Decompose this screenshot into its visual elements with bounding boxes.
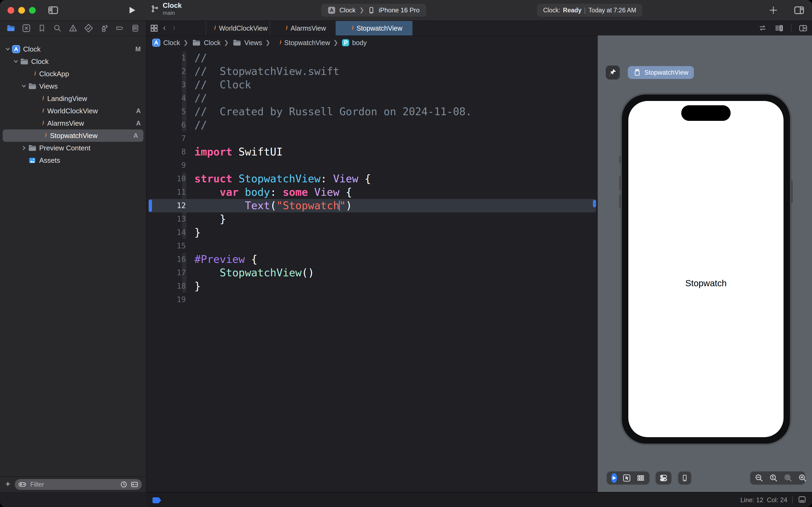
adjacent-editor-icon[interactable] bbox=[758, 24, 767, 32]
breadcrumb-clock[interactable]: Clock bbox=[191, 39, 221, 47]
recents-clock-icon[interactable] bbox=[120, 481, 128, 489]
minimap-icon[interactable] bbox=[774, 24, 784, 33]
line-number[interactable]: 3 bbox=[147, 78, 186, 92]
code-line-7[interactable]: 7 bbox=[147, 132, 598, 145]
breadcrumb-stopwatchview[interactable]: StopwatchView bbox=[274, 39, 330, 47]
tab-stopwatchview[interactable]: StopwatchView bbox=[336, 21, 412, 36]
code-line-19[interactable]: 19 bbox=[147, 293, 598, 306]
line-number[interactable]: 2 bbox=[147, 65, 186, 78]
code-line-18[interactable]: 18} bbox=[147, 280, 598, 293]
library-add-button[interactable] bbox=[768, 5, 779, 15]
code-line-3[interactable]: 3// Clock bbox=[147, 78, 598, 92]
breadcrumb-views[interactable]: Views bbox=[232, 39, 262, 47]
code-line-2[interactable]: 2// StopwatchView.swift bbox=[147, 65, 598, 78]
code-line-17[interactable]: 17 StopwatchView() bbox=[147, 266, 598, 280]
code-line-1[interactable]: 1// bbox=[147, 51, 598, 65]
tree-item-stopwatchview[interactable]: StopwatchViewA bbox=[3, 129, 143, 142]
run-destination-selector[interactable]: Clock ❯ iPhone 16 Pro bbox=[321, 4, 426, 17]
line-number[interactable]: 17 bbox=[147, 266, 186, 280]
split-editor-icon[interactable] bbox=[799, 24, 808, 33]
tree-item-assets[interactable]: Assets bbox=[0, 154, 146, 167]
device-settings-button[interactable] bbox=[655, 471, 672, 485]
code-line-4[interactable]: 4// bbox=[147, 92, 598, 105]
inspector-toggle-icon[interactable] bbox=[793, 4, 806, 16]
scheme-selector[interactable]: Clock main bbox=[151, 2, 182, 16]
live-preview-button[interactable] bbox=[611, 473, 617, 483]
zoom-fit-icon[interactable] bbox=[784, 473, 793, 483]
disclosure-down-icon[interactable] bbox=[12, 59, 19, 64]
zoom-out-icon[interactable] bbox=[755, 473, 764, 483]
reports-icon[interactable] bbox=[129, 22, 142, 34]
close-window-button[interactable] bbox=[7, 7, 14, 14]
debug-icon[interactable] bbox=[98, 22, 111, 34]
line-number[interactable]: 1 bbox=[147, 51, 186, 65]
variants-mode-icon[interactable] bbox=[636, 474, 645, 482]
back-icon[interactable] bbox=[163, 24, 168, 32]
tab-worldclockview[interactable]: WorldClockView bbox=[206, 21, 270, 36]
line-number[interactable]: 6 bbox=[147, 118, 186, 132]
add-item-button[interactable]: + bbox=[5, 479, 10, 489]
tree-item-landingview[interactable]: LandingView bbox=[0, 92, 146, 105]
line-number[interactable]: 4 bbox=[147, 92, 186, 105]
breadcrumb-clock[interactable]: Clock bbox=[152, 39, 180, 47]
find-icon[interactable] bbox=[51, 22, 64, 34]
zoom-window-button[interactable] bbox=[29, 7, 36, 14]
issues-icon[interactable] bbox=[67, 22, 79, 34]
line-number[interactable]: 18 bbox=[147, 280, 186, 293]
preview-device-button[interactable] bbox=[678, 471, 692, 485]
activity-status[interactable]: Clock: Ready | Today at 7:26 AM bbox=[537, 4, 642, 17]
code-line-13[interactable]: 13 } bbox=[147, 212, 598, 226]
tab-alarmsview[interactable]: AlarmsView bbox=[270, 21, 336, 36]
tree-item-worldclockview[interactable]: WorldClockViewA bbox=[0, 105, 146, 117]
tests-icon[interactable] bbox=[82, 22, 95, 34]
line-number[interactable]: 9 bbox=[147, 159, 186, 172]
line-number[interactable]: 14 bbox=[147, 226, 186, 239]
code-line-15[interactable]: 15 bbox=[147, 239, 598, 253]
code-line-8[interactable]: 8import SwiftUI bbox=[147, 145, 598, 159]
code-line-16[interactable]: 16#Preview { bbox=[147, 253, 598, 266]
line-number[interactable]: 10 bbox=[147, 172, 186, 185]
code-line-12[interactable]: 12 Text("Stopwatch") bbox=[148, 199, 596, 212]
breakpoints-icon[interactable] bbox=[113, 22, 126, 34]
code-line-5[interactable]: 5// Created by Russell Gordon on 2024-11… bbox=[147, 105, 598, 118]
run-button[interactable] bbox=[127, 5, 137, 15]
minimize-window-button[interactable] bbox=[18, 7, 25, 14]
preview-target-chip[interactable]: StopwatchView bbox=[628, 66, 694, 79]
line-number[interactable]: 5 bbox=[147, 105, 186, 118]
scrollbar-change-marker[interactable] bbox=[593, 200, 596, 207]
tree-item-clockapp[interactable]: ClockApp bbox=[0, 68, 146, 80]
line-number[interactable]: 16 bbox=[147, 253, 186, 266]
line-number[interactable]: 15 bbox=[147, 239, 186, 253]
filter-field[interactable] bbox=[15, 479, 142, 490]
disclosure-down-icon[interactable] bbox=[4, 47, 11, 52]
code-line-10[interactable]: 10struct StopwatchView: View { bbox=[147, 172, 598, 185]
breadcrumb-body[interactable]: body bbox=[342, 39, 367, 47]
line-number[interactable]: 12 bbox=[147, 199, 186, 212]
code-line-9[interactable]: 9 bbox=[147, 159, 598, 172]
project-navigator-icon[interactable] bbox=[4, 22, 17, 34]
line-number[interactable]: 19 bbox=[147, 293, 186, 306]
tree-item-views[interactable]: Views bbox=[0, 80, 146, 92]
navigator-toggle-icon[interactable] bbox=[47, 4, 59, 16]
tree-item-clock[interactable]: Clock bbox=[0, 55, 146, 68]
disclosure-right-icon[interactable] bbox=[20, 146, 27, 150]
tree-item-preview-content[interactable]: Preview Content bbox=[0, 142, 146, 154]
line-number[interactable]: 13 bbox=[147, 212, 186, 226]
tree-item-clock[interactable]: ClockM bbox=[0, 43, 146, 55]
code-line-6[interactable]: 6// bbox=[147, 118, 598, 132]
code-line-14[interactable]: 14} bbox=[147, 226, 598, 239]
pin-preview-button[interactable] bbox=[606, 65, 620, 79]
source-control-icon[interactable] bbox=[20, 22, 33, 34]
forward-icon[interactable] bbox=[172, 24, 178, 32]
zoom-actual-icon[interactable] bbox=[769, 473, 778, 483]
line-number[interactable]: 11 bbox=[147, 185, 186, 199]
breakpoint-tag-icon[interactable] bbox=[153, 497, 161, 503]
disclosure-down-icon[interactable] bbox=[20, 84, 27, 89]
selectable-mode-icon[interactable] bbox=[623, 474, 631, 482]
code-editor[interactable]: 1//2// StopwatchView.swift3// Clock4//5/… bbox=[147, 49, 598, 492]
related-items-icon[interactable] bbox=[150, 24, 159, 33]
line-number[interactable]: 8 bbox=[147, 145, 186, 159]
bookmarks-icon[interactable] bbox=[36, 22, 48, 34]
code-line-11[interactable]: 11 var body: some View { bbox=[147, 185, 598, 199]
flags-filter-icon[interactable] bbox=[130, 481, 138, 489]
